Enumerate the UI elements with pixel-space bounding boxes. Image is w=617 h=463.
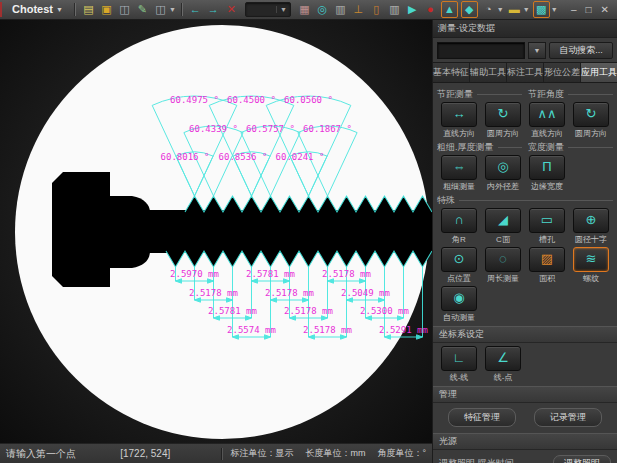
svg-text:2.5178 mm: 2.5178 mm [284,306,333,316]
svg-text:60.8536 °: 60.8536 ° [219,152,268,162]
svg-text:60.4975 °: 60.4975 ° [170,95,219,105]
svg-text:60.1867 °: 60.1867 ° [303,124,352,134]
report-edit-icon[interactable]: ✎ [135,2,150,17]
back-arrow-icon[interactable]: ← [188,2,203,17]
new-document-icon[interactable]: ▤ [81,2,96,17]
tool-pitch-angle-circular[interactable]: ↻圆周方向 [569,102,613,139]
feature-combobox-caret-icon[interactable]: ▼ [528,42,546,59]
feature-combobox[interactable] [437,42,525,59]
light-adjust-label: 调整照明·曝光时间 [439,457,514,463]
compass-menu-caret-icon[interactable]: ▼ [497,6,504,13]
delete-icon[interactable]: ✕ [224,2,239,17]
save-icon[interactable]: ◫ [117,2,132,17]
tool-thread[interactable]: ≋螺纹 [569,247,613,284]
c-face-icon: ◢ [485,208,521,233]
panel-tabs: 基本特征 辅助工具 标注工具 形位公差 应用工具 [433,62,617,83]
tool-c-face[interactable]: ◢C面 [481,208,525,245]
save-as-caret-icon[interactable]: ▼ [169,6,176,13]
capture-icon[interactable]: ▦ [297,2,312,17]
tool-line-point[interactable]: ∠线-点 [481,346,525,383]
zoom-combobox[interactable]: ▼ [245,2,291,17]
tool-thickness-measure[interactable]: ⇔粗细测量 [437,155,481,192]
tool-inner-outer-diameter[interactable]: ◎内外径差 [481,155,525,192]
compass-menu-icon[interactable]: ◔ [481,2,496,17]
tab-annotation-tools[interactable]: 标注工具 [507,63,544,82]
play-icon[interactable]: ▶ [405,2,420,17]
ruler-icon[interactable]: ▯ [369,2,384,17]
corner-r-icon: ∩ [441,208,477,233]
tool-pitch-angle-linear[interactable]: ∧∧直线方向 [525,102,569,139]
measurement-overlay: 60.4975 ° 60.4500 ° 60.0560 ° 60.4339 ° … [0,20,432,443]
inner-outer-diameter-icon: ◎ [485,155,521,180]
annotation-unit: 标注单位：显示 [230,447,293,460]
svg-text:2.5300 mm: 2.5300 mm [360,306,409,316]
svg-text:60.5757 °: 60.5757 ° [246,124,295,134]
display-menu-caret-icon[interactable]: ▼ [551,6,558,13]
status-bar: 请输入第一个点 [1722, 524] 标注单位：显示 长度单位：mm 角度单位… [0,443,432,463]
tool-point-position[interactable]: ⊙点位置 [437,247,481,284]
maximize-button[interactable]: □ [586,5,592,15]
record-manage-button[interactable]: 记录管理 [534,408,602,427]
auto-search-button[interactable]: 自动搜索... [549,42,613,59]
tool-corner-r[interactable]: ∩角R [437,208,481,245]
measurement-panel: 测量-设定数据 ▼ 自动搜索... 基本特征 辅助工具 标注工具 形位公差 应用… [432,20,617,463]
svg-text:2.5781 mm: 2.5781 mm [246,269,295,279]
tool-auto-measure[interactable]: ◉自动测量 [437,286,481,323]
camera-viewport[interactable]: 60.4975 ° 60.4500 ° 60.0560 ° 60.4339 ° … [0,20,432,443]
pitch-circular-icon: ↻ [485,102,521,127]
tab-basic-features[interactable]: 基本特征 [433,63,470,82]
line-line-icon: ∟ [441,346,477,371]
focus-tool-icon[interactable]: ◆ [461,1,478,18]
tool-pitch-linear[interactable]: ↔直线方向 [437,102,481,139]
svg-text:2.5574 mm: 2.5574 mm [227,325,276,335]
forward-arrow-icon[interactable]: → [206,2,221,17]
lighting-menu-caret-icon[interactable]: ▼ [523,6,530,13]
tool-area[interactable]: ▨面积 [525,247,569,284]
feature-manage-button[interactable]: 特征管理 [448,408,516,427]
edge-tool-icon[interactable]: ▲ [441,1,458,18]
height-measure-icon[interactable]: ⊥ [351,2,366,17]
adjust-lighting-button[interactable]: 调整照明 [553,455,611,463]
close-button[interactable]: ✕ [601,5,609,15]
group-title-width-measure: 宽度测量 [528,141,613,154]
section-manage: 管理 [433,386,617,403]
open-project-icon[interactable]: ▣ [99,2,114,17]
tool-pitch-circular[interactable]: ↻圆周方向 [481,102,525,139]
tab-auxiliary-tools[interactable]: 辅助工具 [470,63,507,82]
stage-icon[interactable]: ▥ [387,2,402,17]
line-point-icon: ∠ [485,346,521,371]
save-as-icon[interactable]: ◫ [153,2,168,17]
status-divider [221,448,223,460]
tab-geometric-tolerance[interactable]: 形位公差 [544,63,581,82]
group-title-thickness-measure: 粗细.厚度测量 [437,141,522,154]
pitch-angle-linear-icon: ∧∧ [529,102,565,127]
pitch-linear-icon: ↔ [441,102,477,127]
slot-hole-icon: ▭ [529,208,565,233]
svg-text:60.8016 °: 60.8016 ° [161,152,210,162]
minimize-button[interactable]: – [571,5,577,15]
window-controls: – □ ✕ [571,5,613,15]
circle-cross-icon: ⊕ [573,208,609,233]
area-icon: ▨ [529,247,565,272]
record-icon[interactable]: ● [423,2,438,17]
pitch-angle-circular-icon: ↻ [573,102,609,127]
main-toolbar: Chotest ▼ ▤ ▣ ◫ ✎ ◫ ▼ ← → ✕ ▼ ▦ ◎ ▥ ⊥ ▯ … [0,0,617,20]
search-icon[interactable]: ◎ [315,2,330,17]
tool-perimeter[interactable]: ◌周长测量 [481,247,525,284]
tool-line-line[interactable]: ∟线-线 [437,346,481,383]
tool-edge-width[interactable]: Π边缘宽度 [525,155,569,192]
svg-text:2.5178 mm: 2.5178 mm [303,325,352,335]
group-title-pitch-measure: 节距测量 [437,88,522,101]
tool-circle-cross[interactable]: ⊕圆径十字 [569,208,613,245]
chevron-down-icon: ▼ [276,6,290,13]
lighting-menu-icon[interactable]: ▬ [507,2,522,17]
grid-icon[interactable]: ▥ [333,2,348,17]
app-title: Chotest [12,3,53,15]
tool-slot-hole[interactable]: ▭槽孔 [525,208,569,245]
display-menu-icon[interactable]: ▩ [533,1,550,18]
app-menu-button[interactable]: Chotest ▼ [4,2,69,17]
thread-icon: ≋ [573,247,609,272]
group-title-pitch-angle: 节距角度 [528,88,613,101]
section-light-source: 光源 [433,433,617,450]
tab-application-tools[interactable]: 应用工具 [581,63,617,82]
